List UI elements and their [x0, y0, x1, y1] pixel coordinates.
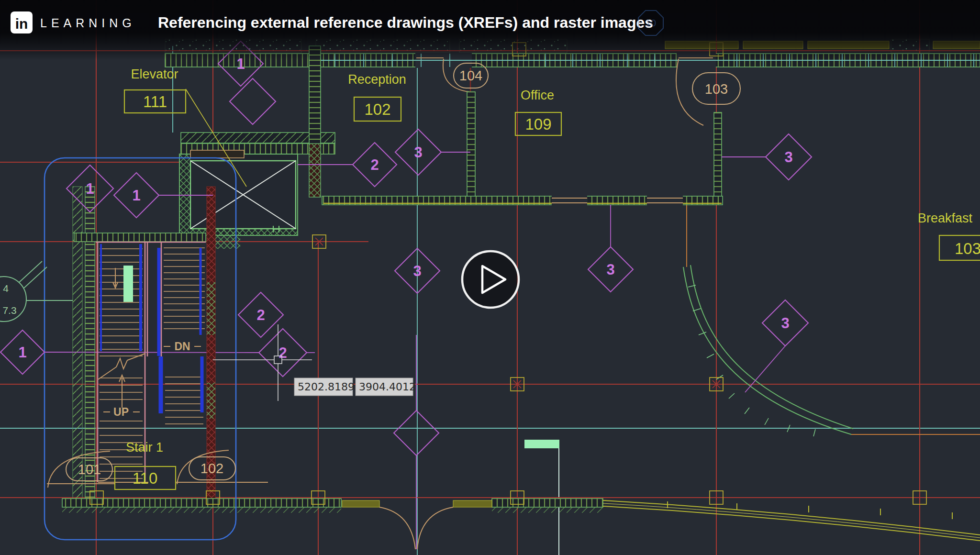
- play-button[interactable]: [462, 251, 519, 308]
- svg-text:3: 3: [606, 261, 614, 278]
- svg-text:7.3: 7.3: [2, 305, 16, 316]
- svg-text:101: 101: [78, 462, 101, 477]
- svg-text:4: 4: [3, 283, 9, 294]
- svg-text:3: 3: [414, 144, 422, 161]
- coordinate-readout-y: 3904.4012: [359, 381, 416, 393]
- coordinate-readout-x: 5202.8189: [298, 381, 355, 393]
- svg-text:103: 103: [955, 240, 980, 257]
- svg-text:1: 1: [18, 344, 26, 361]
- wall-reception-office: [467, 92, 475, 197]
- stair-landing-marker: [123, 266, 133, 302]
- svg-text:DN: DN: [174, 340, 190, 353]
- svg-text:2: 2: [278, 344, 287, 361]
- svg-text:Elevator: Elevator: [131, 67, 178, 81]
- svg-text:110: 110: [133, 469, 158, 487]
- highlight-rect: [524, 440, 559, 448]
- svg-text:102: 102: [364, 100, 390, 118]
- svg-text:Office: Office: [521, 88, 554, 102]
- svg-text:3: 3: [413, 263, 421, 279]
- svg-text:103: 103: [705, 81, 728, 97]
- svg-text:Reception: Reception: [348, 72, 406, 87]
- svg-text:104: 104: [459, 68, 482, 83]
- svg-text:1: 1: [86, 180, 94, 197]
- wall-office-bottom: [322, 195, 723, 206]
- svg-text:3: 3: [781, 315, 789, 332]
- svg-text:109: 109: [525, 115, 551, 133]
- video-frame: 1 1 1 2 3 2 2 1 3 3 3 3 4 7.3 Elevator 1…: [0, 0, 980, 555]
- linkedin-logo-icon: in: [11, 11, 33, 33]
- brand-text: LEARNING: [40, 16, 136, 30]
- svg-text:2: 2: [256, 307, 265, 323]
- svg-text:UP: UP: [113, 406, 129, 418]
- title-bar: in LEARNING Referencing external referen…: [0, 0, 980, 60]
- svg-text:10: 10: [646, 18, 656, 28]
- svg-text:in: in: [15, 16, 28, 32]
- svg-text:3: 3: [784, 149, 792, 166]
- svg-text:102: 102: [200, 461, 223, 476]
- elevator-door-sill: [190, 150, 244, 158]
- svg-text:1: 1: [132, 187, 140, 204]
- svg-text:2: 2: [370, 156, 379, 173]
- svg-text:Breakfast: Breakfast: [918, 211, 973, 225]
- wall-below-103: [714, 112, 722, 199]
- svg-text:111: 111: [143, 93, 167, 111]
- video-title: Referencing external reference drawings …: [158, 14, 653, 31]
- svg-text:Stair 1: Stair 1: [126, 440, 163, 455]
